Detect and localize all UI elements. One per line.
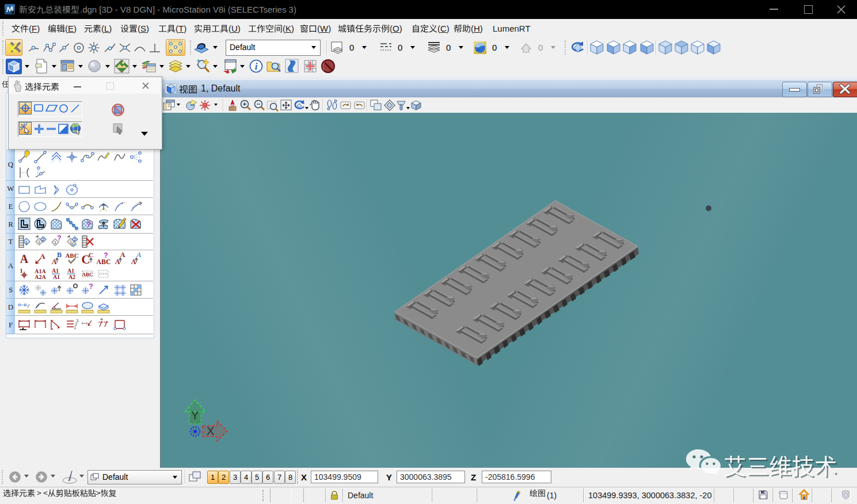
svg-text:A1: A1: [52, 268, 59, 274]
svg-text:1: 1: [54, 240, 57, 245]
svg-text:?: ?: [57, 235, 61, 242]
svg-text:1: 1: [25, 240, 28, 245]
svg-text:A1: A1: [53, 274, 60, 280]
svg-text:A: A: [20, 253, 29, 265]
svg-text:A: A: [40, 252, 45, 261]
svg-text:1: 1: [20, 267, 23, 274]
svg-text:ABC: ABC: [97, 258, 111, 266]
svg-text:X: X: [207, 425, 214, 437]
svg-text:A1: A1: [67, 268, 74, 274]
svg-text:1: 1: [38, 239, 41, 245]
svg-text:1: 1: [70, 239, 73, 245]
svg-text:i: i: [255, 61, 258, 72]
svg-text:ABC: ABC: [65, 252, 78, 259]
svg-text:A2A: A2A: [35, 274, 46, 280]
svg-text:B: B: [57, 252, 62, 259]
svg-text:Y: Y: [191, 409, 199, 422]
svg-text:2: 2: [42, 237, 45, 242]
svg-text:C: C: [89, 252, 93, 258]
svg-text:?: ?: [89, 283, 93, 291]
svg-text:A2: A2: [68, 274, 75, 280]
svg-text:2: 2: [74, 237, 77, 242]
svg-text:A: A: [120, 252, 125, 259]
svg-text:?: ?: [86, 220, 91, 228]
svg-text:O: O: [73, 283, 78, 289]
svg-text:1: 1: [74, 325, 77, 330]
svg-text:ABC: ABC: [82, 272, 93, 277]
